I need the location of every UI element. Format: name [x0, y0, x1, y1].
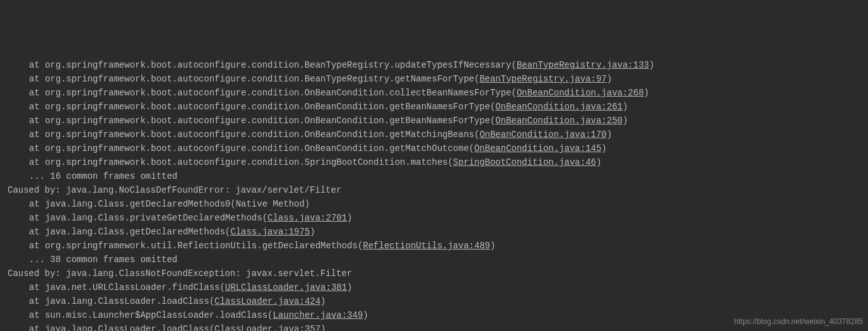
source-link[interactable]: ReflectionUtils.java:489: [363, 241, 490, 251]
source-link[interactable]: OnBeanCondition.java:170: [479, 129, 607, 140]
stack-line: at org.springframework.boot.autoconfigur…: [0, 128, 868, 141]
source-link[interactable]: SpringBootCondition.java:46: [453, 157, 596, 167]
stack-line: at java.lang.Class.privateGetDeclaredMet…: [0, 211, 868, 225]
source-link[interactable]: Class.java:2701: [267, 213, 347, 223]
source-link[interactable]: URLClassLoader.java:381: [225, 282, 347, 292]
source-link[interactable]: OnBeanCondition.java:261: [495, 102, 623, 112]
stack-line: Caused by: java.lang.NoClassDefFoundErro…: [0, 183, 868, 197]
stack-line: at org.springframework.boot.autoconfigur…: [0, 86, 868, 100]
stack-line: at org.springframework.boot.autoconfigur…: [0, 114, 868, 128]
stack-line: ... 16 common frames omitted: [0, 169, 868, 183]
stack-line: at org.springframework.boot.autoconfigur…: [0, 155, 868, 169]
stack-line: at java.lang.Class.getDeclaredMethods0(N…: [0, 197, 868, 211]
stack-line: at org.springframework.boot.autoconfigur…: [0, 141, 868, 155]
source-link[interactable]: ClassLoader.java:357: [214, 324, 320, 331]
source-link[interactable]: OnBeanCondition.java:268: [517, 88, 644, 98]
watermark: https://blog.csdn.net/weixin_40378285: [734, 315, 863, 328]
stack-line: at java.lang.ClassLoader.loadClass(Class…: [0, 294, 868, 308]
stack-line: at java.net.URLClassLoader.findClass(URL…: [0, 280, 868, 294]
stack-line: at org.springframework.boot.autoconfigur…: [0, 58, 868, 72]
source-link[interactable]: BeanTypeRegistry.java:133: [517, 60, 649, 70]
source-link[interactable]: BeanTypeRegistry.java:97: [479, 74, 607, 84]
source-link[interactable]: ClassLoader.java:424: [214, 296, 320, 306]
stack-trace: at org.springframework.boot.autoconfigur…: [0, 58, 868, 331]
source-link[interactable]: Launcher.java:349: [273, 310, 363, 320]
stack-line: Caused by: java.lang.ClassNotFoundExcept…: [0, 267, 868, 280]
source-link[interactable]: OnBeanCondition.java:250: [495, 116, 623, 126]
stack-line: at org.springframework.boot.autoconfigur…: [0, 100, 868, 114]
stack-line: at org.springframework.boot.autoconfigur…: [0, 72, 868, 86]
source-link[interactable]: Class.java:1975: [230, 227, 310, 237]
stack-line: at java.lang.Class.getDeclaredMethods(Cl…: [0, 225, 868, 239]
stack-line: ... 38 common frames omitted: [0, 253, 868, 267]
source-link[interactable]: OnBeanCondition.java:145: [474, 143, 602, 153]
stack-line: at org.springframework.util.ReflectionUt…: [0, 239, 868, 253]
